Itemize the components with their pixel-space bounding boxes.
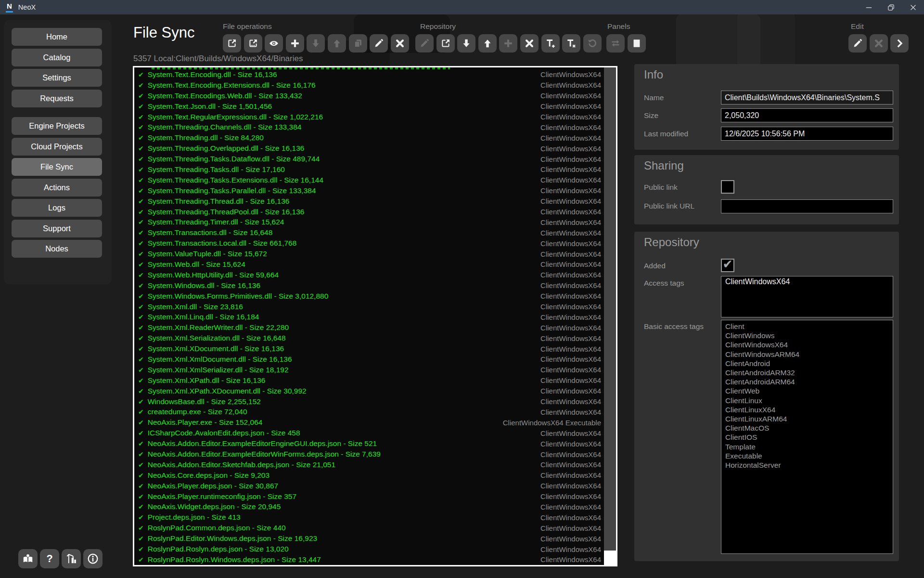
sidebar-item-catalog[interactable]: Catalog (12, 49, 102, 66)
sidebar-item-nodes[interactable]: Nodes (12, 240, 102, 258)
edit-edit-button[interactable] (848, 34, 867, 53)
file-row[interactable]: ✔System.Text.Encoding.dll - Size 16,136C… (138, 69, 604, 80)
file-row[interactable]: ✔Project.deps.json - Size 413ClientWindo… (138, 512, 604, 523)
repository-tag-remove-button[interactable] (562, 34, 580, 53)
file-row[interactable]: ✔System.Transactions.Local.dll - Size 66… (138, 238, 604, 249)
file-row[interactable]: ✔System.Xml.XmlDocument.dll - Size 16,13… (138, 354, 604, 365)
scrollbar-track[interactable] (604, 67, 616, 565)
help-button[interactable]: ? (40, 549, 59, 568)
file-row[interactable]: ✔NeoAxis.Player.runtimeconfig.json - Siz… (138, 491, 604, 502)
file-row[interactable]: ✔System.Text.Encoding.Extensions.dll - S… (138, 80, 604, 91)
file-operations-open-external-button[interactable] (223, 34, 241, 53)
file-row[interactable]: ✔ICSharpCode.AvalonEdit.deps.json - Size… (138, 428, 604, 438)
file-row[interactable]: ✔System.Xml.Serialization.dll - Size 16,… (138, 333, 604, 343)
file-row[interactable]: ✔RoslynPad.Common.deps.json - Size 440Cl… (138, 523, 604, 533)
basic-access-tag-option[interactable]: ClientWindowsX64 (725, 340, 889, 349)
last-modified-input[interactable] (721, 127, 893, 141)
sidebar-item-requests[interactable]: Requests (12, 90, 102, 107)
file-row[interactable]: ✔System.Xml.XmlSerializer.dll - Size 18,… (138, 365, 604, 375)
file-row[interactable]: ✔System.Threading.Tasks.Parallel.dll - S… (138, 185, 604, 196)
repository-delete-button[interactable] (520, 34, 539, 53)
file-row[interactable]: ✔System.Text.RegularExpressions.dll - Si… (138, 112, 604, 122)
file-row[interactable]: ✔System.Text.Json.dll - Size 1,501,456Cl… (138, 101, 604, 112)
repository-tag-add-button[interactable] (541, 34, 560, 53)
file-row[interactable]: ✔System.Threading.Tasks.Extensions.dll -… (138, 175, 604, 185)
file-operations-eye-button[interactable] (265, 34, 283, 53)
file-row[interactable]: ✔System.Web.dll - Size 15,624ClientWindo… (138, 259, 604, 270)
file-row[interactable]: ✔NeoAxis.Addon.Editor.Sketchfab.deps.jso… (138, 460, 604, 470)
basic-access-tag-option[interactable]: ClientAndroidARM64 (725, 377, 889, 386)
file-row[interactable]: ✔System.Threading.Channels.dll - Size 13… (138, 122, 604, 132)
file-row[interactable]: ✔System.Threading.Thread.dll - Size 16,1… (138, 196, 604, 207)
repository-undo-button[interactable] (583, 34, 602, 53)
basic-access-tag-option[interactable]: ClientIOS (725, 433, 889, 442)
file-row[interactable]: ✔NeoAxis.Widget.deps.json - Size 20,945C… (138, 502, 604, 512)
repository-upload-button[interactable] (478, 34, 497, 53)
sidebar-item-actions[interactable]: Actions (12, 179, 102, 197)
panels-swap-button[interactable] (606, 34, 625, 53)
file-row[interactable]: ✔System.Xml.XPath.XDocument.dll - Size 3… (138, 386, 604, 396)
file-row[interactable]: ✔createdump.exe - Size 72,040ClientWindo… (138, 407, 604, 418)
file-operations-edit-button[interactable] (370, 34, 388, 53)
file-operations-download-button[interactable] (307, 34, 325, 53)
added-checkbox[interactable]: ✔ (721, 259, 734, 272)
basic-access-tag-option[interactable]: ClientWindowsARM64 (725, 350, 889, 359)
file-row[interactable]: ✔System.ValueTuple.dll - Size 15,672Clie… (138, 249, 604, 259)
file-row[interactable]: ✔System.Xml.XDocument.dll - Size 16,136C… (138, 343, 604, 354)
file-row[interactable]: ✔System.Xml.XPath.dll - Size 16,136Clien… (138, 375, 604, 386)
basic-access-tags-list[interactable]: ClientClientWindowsClientWindowsX64Clien… (721, 320, 893, 554)
basic-access-tag-option[interactable]: ClientLinuxARM64 (725, 414, 889, 423)
basic-access-tag-option[interactable]: ClientWindows (725, 331, 889, 340)
scrollbar-thumb[interactable] (604, 551, 616, 565)
file-row[interactable]: ✔System.Windows.dll - Size 16,136ClientW… (138, 280, 604, 291)
file-operations-add-button[interactable] (286, 34, 304, 53)
file-row[interactable]: ✔System.Threading.dll - Size 84,280Clien… (138, 132, 604, 143)
sidebar-item-home[interactable]: Home (12, 28, 102, 46)
file-row[interactable]: ✔System.Threading.Tasks.Dataflow.dll - S… (138, 154, 604, 164)
file-row[interactable]: ✔System.Xml.Linq.dll - Size 16,184Client… (138, 312, 604, 322)
file-row[interactable]: ✔WindowsBase.dll - Size 2,255,152ClientW… (138, 396, 604, 407)
basic-access-tag-option[interactable]: ClientAndroidARM32 (725, 368, 889, 377)
file-operations-delete-button[interactable] (391, 34, 409, 53)
file-row[interactable]: ✔System.Threading.Timer.dll - Size 15,62… (138, 217, 604, 227)
file-row[interactable]: ✔RoslynPad.Editor.Windows.deps.json - Si… (138, 533, 604, 544)
public-link-checkbox[interactable]: ✔ (721, 180, 734, 194)
file-row[interactable]: ✔RoslynPad.Roslyn.deps.json - Size 13,02… (138, 544, 604, 554)
file-operations-upload-button[interactable] (328, 34, 346, 53)
repository-open-external-button[interactable] (436, 34, 455, 53)
close-button[interactable] (902, 0, 924, 14)
access-tags-box[interactable]: ClientWindowsX64 (721, 276, 893, 317)
learn-button[interactable] (18, 549, 38, 568)
repository-edit-button[interactable] (415, 34, 434, 53)
basic-access-tag-option[interactable]: ClientLinuxX64 (725, 405, 889, 414)
basic-access-tag-option[interactable]: ClientAndroid (725, 359, 889, 368)
file-row[interactable]: ✔NeoAxis.Addon.Editor.ExampleEditorEngin… (138, 438, 604, 449)
file-row[interactable]: ✔System.Xml.ReaderWriter.dll - Size 22,2… (138, 322, 604, 333)
file-list[interactable]: ✔System.Text.Encoding.dll - Size 16,136C… (133, 66, 617, 566)
file-row[interactable]: ✔NeoAxis.Player.exe - Size 152,064Client… (138, 417, 604, 428)
file-row[interactable]: ✔NeoAxis.Core.deps.json - Size 9,203Clie… (138, 470, 604, 481)
minimize-button[interactable] (858, 0, 880, 14)
file-row[interactable]: ✔NeoAxis.Addon.Editor.ExampleEditorWinFo… (138, 449, 604, 460)
basic-access-tag-option[interactable]: Template (725, 442, 889, 451)
construction-button[interactable] (62, 549, 81, 568)
edit-delete-button[interactable] (870, 34, 888, 53)
size-input[interactable] (721, 108, 893, 122)
name-input[interactable] (721, 91, 893, 105)
sidebar-item-logs[interactable]: Logs (12, 199, 102, 217)
about-button[interactable] (83, 549, 103, 568)
file-row[interactable]: ✔RoslynPad.Roslyn.Windows.deps.json - Si… (138, 554, 604, 565)
sidebar-item-engine-projects[interactable]: Engine Projects (12, 117, 102, 135)
file-row[interactable]: ✔System.Transactions.dll - Size 16,648Cl… (138, 227, 604, 238)
file-row[interactable]: ✔System.Windows.Forms.Primitives.dll - S… (138, 291, 604, 302)
file-row[interactable]: ✔System.Web.HttpUtility.dll - Size 59,66… (138, 270, 604, 280)
file-row[interactable]: ✔System.Text.Encodings.Web.dll - Size 13… (138, 91, 604, 101)
basic-access-tag-option[interactable]: Executable (725, 451, 889, 460)
sidebar-item-settings[interactable]: Settings (12, 69, 102, 87)
maximize-restore-button[interactable] (880, 0, 902, 14)
edit-chevron-right-button[interactable] (890, 34, 909, 53)
file-row[interactable]: ✔System.Threading.Overlapped.dll - Size … (138, 143, 604, 154)
file-row[interactable]: ✔System.Threading.Tasks.dll - Size 17,16… (138, 164, 604, 175)
sidebar-item-file-sync[interactable]: File Sync (12, 158, 102, 176)
repository-download-button[interactable] (457, 34, 475, 53)
